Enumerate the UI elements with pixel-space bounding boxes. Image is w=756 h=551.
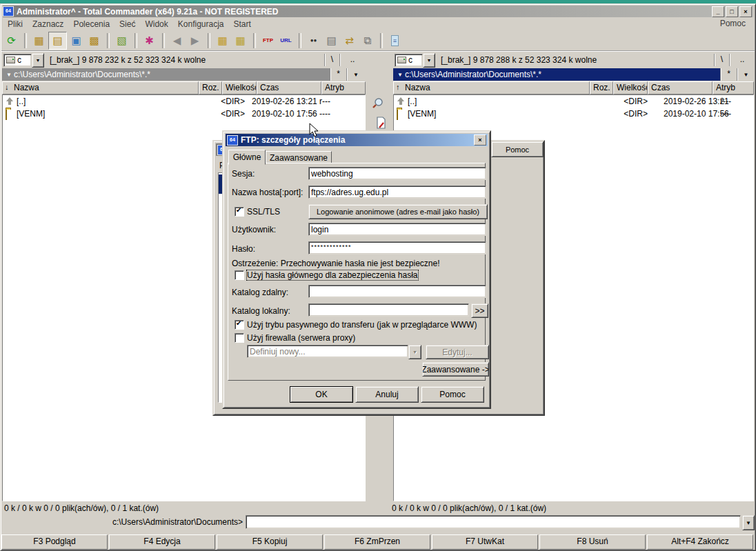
menu-item-help[interactable]: Pomoc: [715, 19, 750, 28]
right-root-button[interactable]: \: [714, 54, 729, 66]
thumbnails-view-icon[interactable]: ▣: [68, 32, 85, 49]
help-button[interactable]: Pomoc: [421, 386, 484, 403]
minimize-button[interactable]: _: [712, 6, 724, 17]
dir-tree-refresh-icon[interactable]: ▧: [113, 32, 130, 49]
passive-mode-checkbox[interactable]: [235, 320, 244, 330]
function-key-button[interactable]: F3 Podgląd: [1, 534, 108, 550]
cancel-button[interactable]: Anuluj: [355, 386, 419, 403]
edit-firewall-button[interactable]: Edytuj...: [426, 345, 489, 359]
column-header[interactable]: Czas: [648, 81, 713, 94]
close-button[interactable]: ×: [739, 6, 752, 17]
[..][interactable]: [..] <DIR> 2019-02-26 13:21 r---: [3, 95, 365, 108]
column-header[interactable]: Atryb: [713, 81, 754, 94]
[..][interactable]: [..] <DIR> 2019-02-26 13:21 r---: [394, 95, 753, 108]
forward-icon[interactable]: ▶: [186, 32, 203, 49]
local-dir-input[interactable]: [308, 303, 469, 317]
function-key-button[interactable]: F5 Kopiuj: [217, 534, 323, 550]
right-up-button[interactable]: ..: [729, 54, 755, 66]
session-input[interactable]: webhosting: [308, 167, 486, 180]
column-header[interactable]: Nazwa: [393, 81, 590, 94]
function-key-button[interactable]: F6 ZmPrzen: [324, 534, 430, 550]
function-key-button[interactable]: F7 UtwKat: [432, 534, 538, 550]
column-header[interactable]: Roz.: [199, 81, 222, 94]
browse-local-dir-button[interactable]: >>: [471, 303, 488, 318]
search-icon[interactable]: ●●: [305, 32, 322, 49]
right-path-bar[interactable]: ▼ c:\Users\Administrator\Documents\*.*: [393, 68, 720, 81]
menu-item[interactable]: Pliki: [3, 19, 28, 29]
menu-item[interactable]: Polecenia: [68, 19, 115, 29]
firewall-combo[interactable]: Definiuj nowy...: [247, 345, 408, 358]
remote-dir-input[interactable]: [308, 285, 486, 298]
master-password-checkbox[interactable]: [235, 270, 244, 280]
tree-view-icon[interactable]: ▩: [86, 32, 103, 49]
menu-item[interactable]: Widok: [140, 19, 172, 29]
function-key-button[interactable]: F8 Usuń: [539, 534, 646, 550]
left-path-menu-button[interactable]: ▼: [346, 68, 365, 81]
refresh-icon[interactable]: ⟳: [3, 32, 20, 49]
brief-view-icon[interactable]: ▦: [30, 32, 48, 49]
ok-button[interactable]: OK: [290, 386, 353, 403]
unpack-files-icon[interactable]: ▦: [232, 32, 249, 49]
new-selection-icon[interactable]: ✱: [141, 32, 158, 49]
user-input[interactable]: login: [308, 223, 486, 236]
left-root-button[interactable]: \: [324, 54, 339, 66]
anonymous-login-button[interactable]: Logowanie anonimowe (adres e-mail jako h…: [308, 204, 488, 219]
connections-dialog-button[interactable]: Pomoc: [491, 141, 544, 157]
full-view-icon[interactable]: ▤: [48, 32, 67, 50]
column-header[interactable]: Wielkość: [222, 81, 257, 94]
right-path-star-button[interactable]: *: [720, 68, 737, 81]
password-input[interactable]: *************: [308, 241, 486, 254]
right-drive-dropdown-button[interactable]: ▼: [423, 53, 435, 68]
compare-icon[interactable]: ⧉: [359, 32, 376, 49]
advanced-button[interactable]: Zaawansowane ->: [422, 362, 489, 377]
sync-dirs-icon[interactable]: ⇄: [341, 32, 358, 49]
left-drive-combo[interactable]: c: [3, 54, 32, 67]
menu-item[interactable]: Start: [229, 19, 256, 29]
maximize-button[interactable]: □: [726, 6, 738, 17]
function-key-button[interactable]: Alt+F4 Zakończ: [647, 534, 753, 550]
button-label: Pomoc: [506, 146, 529, 154]
drive-icon: [6, 57, 15, 63]
left-path-star-button[interactable]: *: [330, 68, 346, 81]
pack-files-icon[interactable]: ▦: [214, 32, 231, 49]
function-key-button[interactable]: F4 Edycja: [109, 534, 215, 550]
[VENM][interactable]: [VENM] <DIR> 2019-02-10 17:56 ----: [394, 108, 753, 120]
column-header[interactable]: Czas: [257, 81, 321, 94]
column-header[interactable]: Roz.: [590, 81, 613, 94]
toolbar-glyph: ▦: [34, 34, 43, 47]
notepad-icon[interactable]: ≡: [386, 32, 404, 49]
menu-item[interactable]: Zaznacz: [28, 19, 68, 29]
right-drive-letter: c: [408, 55, 412, 65]
toolbar-glyph: ◀: [173, 34, 181, 47]
menu-item[interactable]: Konfiguracja: [173, 19, 229, 29]
column-header[interactable]: Nazwa: [2, 81, 199, 94]
column-header[interactable]: Atryb: [321, 81, 366, 94]
file-attr: ----: [720, 109, 731, 119]
firewall-checkbox[interactable]: [235, 333, 244, 343]
host-input[interactable]: ftps://adres.ug.edu.pl: [308, 186, 486, 199]
ssl-checkbox[interactable]: [235, 207, 244, 217]
toolbar-glyph: ▤: [326, 34, 336, 47]
command-history-dropdown-button[interactable]: ▼: [742, 515, 755, 530]
right-drive-combo[interactable]: c: [395, 54, 423, 67]
left-up-button[interactable]: ..: [339, 54, 365, 66]
ftp-connect-icon[interactable]: FTP: [259, 32, 277, 49]
command-line-input[interactable]: [246, 515, 741, 529]
right-path-menu-button[interactable]: ▼: [737, 68, 755, 81]
ftp-details-dialog: 64 FTP: szczegóły połączenia × Główne Za…: [222, 130, 491, 409]
left-path-bar[interactable]: ▼ c:\Users\Administrator\Documents\*.*: [2, 68, 330, 81]
left-drive-dropdown-button[interactable]: ▼: [32, 53, 44, 68]
back-icon[interactable]: ◀: [168, 32, 186, 49]
edit-file-icon[interactable]: [373, 115, 388, 130]
column-header[interactable]: Wielkość: [613, 81, 648, 94]
file-size: <DIR>: [599, 109, 648, 119]
ftp-url-icon[interactable]: URL: [277, 32, 295, 49]
local-dir-label: Katalog lokalny:: [232, 306, 290, 316]
quick-view-lens-icon[interactable]: [370, 96, 386, 110]
file-size: <DIR>: [196, 109, 245, 119]
multi-rename-icon[interactable]: ▤: [323, 32, 340, 49]
menu-item[interactable]: Sieć: [115, 19, 140, 29]
firewall-combo-dropdown-button[interactable]: ▼: [408, 345, 421, 359]
app-icon[interactable]: 64: [3, 6, 14, 17]
[VENM][interactable]: [VENM] <DIR> 2019-02-10 17:56 ----: [3, 108, 365, 120]
